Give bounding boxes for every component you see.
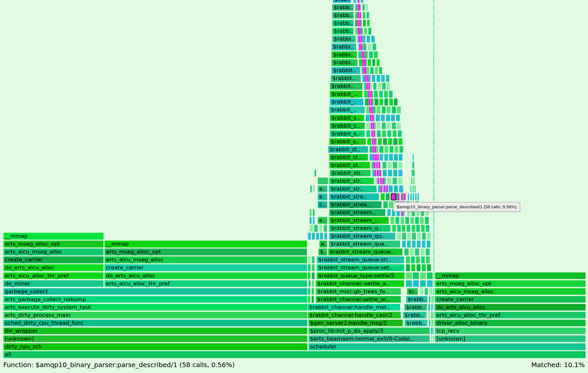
flame-frame-sliver[interactable] [412, 193, 414, 200]
thin-stack-frame[interactable] [433, 43, 434, 51]
flame-frame-sliver[interactable] [422, 264, 426, 271]
magenta-frame[interactable] [359, 12, 361, 19]
flame-frame-sliver[interactable] [386, 114, 390, 122]
flame-frame-sliver[interactable] [384, 146, 388, 153]
flame-frame-sliver[interactable] [324, 225, 327, 232]
flame-frame-sliver[interactable] [382, 162, 387, 169]
flame-frame-sliver[interactable] [381, 193, 385, 200]
magenta-frame[interactable] [372, 122, 374, 130]
flame-frame-sliver[interactable] [413, 177, 415, 185]
flame-frame-sliver[interactable] [397, 225, 401, 232]
flame-frame[interactable]: $rabb.. [332, 20, 354, 27]
flame-frame-sliver[interactable] [417, 233, 421, 240]
flame-frame-sliver[interactable] [427, 280, 433, 287]
flame-frame[interactable]: $rabb.. [332, 12, 354, 19]
flame-frame-sliver[interactable] [379, 98, 383, 106]
thin-stack-frame[interactable] [433, 114, 434, 122]
flame-frame[interactable]: erts_alcu_mseg_alloc [3, 248, 104, 256]
flame-frame[interactable]: $rabbit_strea.. [329, 201, 382, 208]
thin-stack-frame[interactable] [433, 154, 434, 161]
flame-frame[interactable]: $rabb.. [404, 304, 427, 311]
thin-stack-frame[interactable] [433, 240, 434, 248]
thin-stack-frame[interactable] [433, 288, 434, 295]
flame-frame[interactable]: erts_alcu_alloc_thr_pref [104, 280, 307, 287]
flame-frame-sliver[interactable] [405, 217, 409, 224]
flame-frame-sliver[interactable] [367, 20, 370, 27]
flame-frame-sliver[interactable] [421, 225, 425, 232]
flame-frame-sliver[interactable] [414, 185, 416, 193]
flame-frame-sliver[interactable] [427, 264, 431, 271]
flame-frame[interactable]: $rabbi.. [332, 35, 356, 43]
flame-frame-sliver[interactable] [412, 233, 416, 240]
flame-frame[interactable]: erts_mseg_alloc_opt [435, 280, 586, 287]
magenta-frame[interactable] [401, 193, 403, 200]
flame-frame-sliver[interactable] [415, 193, 417, 200]
magenta-frame[interactable] [359, 28, 361, 35]
flame-frame-sliver[interactable] [426, 225, 430, 232]
flame-frame-sliver[interactable] [425, 217, 429, 224]
magenta-frame[interactable] [398, 193, 400, 200]
thin-stack-frame[interactable] [433, 146, 434, 153]
thin-stack-frame[interactable] [433, 122, 434, 130]
flame-frame-sliver[interactable] [398, 170, 403, 177]
flame-frame-sliver[interactable] [313, 209, 315, 216]
flame-frame-sliver[interactable] [392, 225, 396, 232]
flame-frame-sliver[interactable] [422, 240, 426, 248]
flame-frame-sliver[interactable] [417, 240, 421, 248]
flame-frame[interactable]: c.. [318, 201, 327, 208]
flame-frame-sliver[interactable] [410, 248, 414, 256]
flame-frame[interactable]: erts_garbage_collect_nobump [3, 296, 307, 303]
flame-frame[interactable]: $rabbit_st.. [329, 154, 368, 161]
flame-frame-sliver[interactable] [417, 193, 419, 200]
flame-frame[interactable]: all [3, 351, 586, 358]
flame-frame-sliver[interactable] [406, 280, 412, 287]
thin-stack-frame[interactable] [433, 67, 434, 74]
magenta-frame[interactable] [361, 43, 363, 51]
flame-frame-sliver[interactable] [319, 225, 323, 232]
flame-frame-sliver[interactable] [363, 20, 366, 27]
flame-frame-sliver[interactable] [367, 35, 370, 43]
magenta-frame[interactable] [365, 67, 367, 74]
flame-frame-sliver[interactable] [387, 177, 391, 185]
magenta-frame[interactable] [386, 185, 388, 193]
flame-frame-sliver[interactable] [386, 193, 390, 200]
magenta-frame[interactable] [370, 98, 372, 106]
thin-stack-frame[interactable] [433, 193, 434, 200]
flame-frame-sliver[interactable] [420, 248, 425, 256]
flame-frame-sliver[interactable] [389, 98, 393, 106]
flame-frame-sliver[interactable] [309, 209, 312, 216]
magenta-frame[interactable] [374, 162, 376, 169]
flame-frame-sliver[interactable] [384, 98, 388, 106]
flame-frame-sliver[interactable] [412, 162, 414, 169]
flame-frame[interactable]: $rabbit_channel:-settle_a.. [316, 280, 404, 287]
flame-frame-sliver[interactable] [309, 225, 313, 232]
flame-frame-sliver[interactable] [314, 225, 318, 232]
flame-frame[interactable]: $rabb.. [406, 296, 428, 303]
thin-stack-frame[interactable] [433, 75, 434, 82]
magenta-frame[interactable] [368, 83, 370, 90]
flame-frame-sliver[interactable] [398, 130, 402, 137]
flame-frame-sliver[interactable] [371, 35, 375, 43]
flame-frame-sliver[interactable] [406, 256, 410, 263]
flame-frame-sliver[interactable] [389, 91, 393, 98]
flame-frame[interactable]: $rabbit_.. [330, 98, 364, 106]
thin-stack-frame[interactable] [433, 130, 434, 137]
flame-frame-sliver[interactable] [412, 185, 414, 193]
thin-stack-frame[interactable] [433, 217, 434, 224]
flame-frame-sliver[interactable] [372, 59, 376, 66]
flame-frame[interactable]: $rabbit_stre.. [329, 193, 379, 200]
flame-frame[interactable]: create_carrier [104, 264, 307, 271]
flame-frame-sliver[interactable] [386, 75, 390, 82]
flame-frame-sliver[interactable] [368, 43, 371, 51]
flame-frame-sliver[interactable] [312, 272, 315, 280]
flame-frame-sliver[interactable] [394, 146, 399, 153]
flame-frame-sliver[interactable] [391, 114, 395, 122]
flame-frame-sliver[interactable] [422, 233, 426, 240]
flame-frame-sliver[interactable] [420, 217, 424, 224]
flame-frame[interactable]: erts_mseg_alloc_opt [104, 248, 307, 256]
flame-frame-sliver[interactable] [407, 225, 410, 232]
flame-frame-sliver[interactable] [426, 248, 430, 256]
thin-stack-frame[interactable] [433, 304, 434, 311]
flame-frame[interactable]: $r.. [407, 288, 418, 295]
flame-frame-sliver[interactable] [399, 185, 403, 193]
